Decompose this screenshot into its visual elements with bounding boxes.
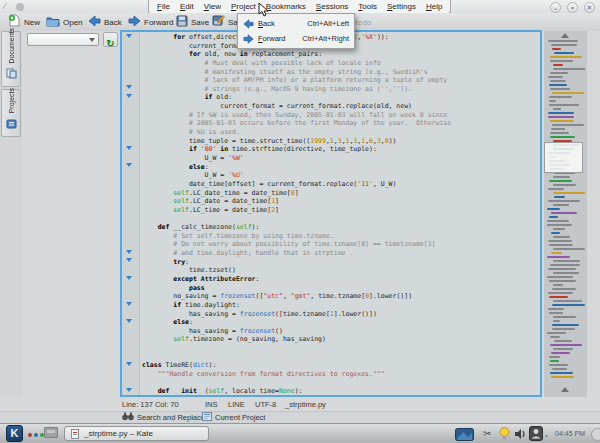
menu-edit[interactable]: Edit [175, 1, 199, 13]
user-switch-icon[interactable] [529, 426, 543, 441]
launcher-dot-icon[interactable] [28, 433, 32, 437]
toolview-button-search-and-replace[interactable]: Search and Replace [122, 412, 205, 423]
code-fold-icon[interactable] [126, 302, 132, 306]
code-fold-icon[interactable] [126, 94, 132, 98]
open-button[interactable]: Open [46, 14, 83, 30]
code-line: class TimeRE(dict): [142, 361, 539, 370]
minimap-line [549, 312, 563, 314]
virtual-desktop-icon[interactable] [455, 428, 474, 441]
minimap-line [549, 100, 556, 102]
code-line: for old, new in replacement_pairs: [142, 50, 539, 59]
window-close-button[interactable]: ✕ [584, 2, 595, 13]
code-line [142, 353, 539, 362]
code-fold-icon[interactable] [126, 163, 132, 167]
lightbulb-icon[interactable] [499, 427, 510, 442]
back-button[interactable]: Back [88, 14, 122, 30]
speaker-icon[interactable] [514, 428, 527, 440]
minimap-line [550, 88, 570, 90]
code-editor-view[interactable]: for offset,directive in ((0,'%c'), (1,'%… [120, 30, 542, 397]
code-line [142, 214, 539, 223]
code-line: time_tuple = time.struct_time((1999,1,3,… [142, 137, 539, 146]
minimap-line [550, 372, 573, 374]
document-name-label: _strptime.py [285, 400, 326, 409]
tray-expand-icon[interactable]: • [545, 432, 547, 439]
code-line: self.LC_date = date_time[1] [142, 197, 539, 206]
code-line: # manifesting itself as the empty string… [142, 68, 539, 77]
code-line [142, 344, 539, 353]
code-fold-icon[interactable] [126, 258, 132, 262]
code-line: if '00' in time.strftime(directive, time… [142, 145, 539, 154]
taskbar-clock[interactable]: 04:45 PM [550, 430, 590, 437]
minimap-line [551, 44, 576, 46]
menu-sessions[interactable]: Sessions [311, 1, 353, 13]
code-fold-icon[interactable] [126, 250, 132, 254]
editor-icon-border[interactable] [122, 32, 140, 395]
show-desktop-icon[interactable] [44, 427, 58, 438]
menu-view[interactable]: View [199, 1, 226, 13]
minimap-line [552, 92, 584, 94]
minimap-line [554, 196, 565, 198]
sidebar-tab-projects[interactable]: Projects [1, 89, 21, 137]
menu-item-back[interactable]: BackCtrl+Alt+Left [238, 16, 354, 31]
cursor-position-label[interactable]: Line: 137 Col: 70 [122, 400, 179, 409]
scrollbar-minimap[interactable] [544, 31, 587, 407]
code-line: current_format = current_format.replace(… [142, 102, 539, 111]
code-line: else: [142, 163, 539, 172]
window-shade-button[interactable]: ⌄ [550, 2, 561, 13]
code-fold-icon[interactable] [126, 388, 132, 392]
minimap-line [550, 60, 573, 62]
menu-help[interactable]: Help [421, 1, 447, 13]
clipboard-scissors-icon[interactable]: ✂ [483, 428, 491, 439]
code-fold-icon[interactable] [126, 146, 132, 150]
minimap-line [553, 184, 576, 186]
minimap-line [547, 332, 566, 334]
code-fold-icon[interactable] [126, 34, 132, 38]
project-reload-button[interactable]: ↻ [103, 32, 118, 47]
sidebar-tabstrip: DocumentsProjects [0, 31, 22, 423]
kde-menu-button[interactable]: K [6, 425, 23, 442]
window-menu-icon[interactable]: ⁄ [4, 1, 6, 11]
code-fold-icon[interactable] [126, 319, 132, 323]
code-line: self.timezone = (no_saving, has_saving) [142, 335, 539, 344]
forward-button[interactable]: Forward [128, 14, 173, 30]
save-button[interactable]: Save [176, 14, 209, 30]
minimap-line [553, 204, 569, 206]
code-fold-icon[interactable] [126, 362, 132, 366]
code-fold-icon[interactable] [126, 276, 132, 280]
minimap-line [551, 376, 574, 378]
code-fold-icon[interactable] [126, 85, 132, 89]
minimap-line [553, 260, 581, 262]
minimap-line [554, 52, 574, 54]
project-selector-combobox[interactable] [27, 33, 99, 46]
projects-side-panel: ↻ [22, 31, 120, 423]
insert-mode-label[interactable]: INS [205, 400, 218, 409]
selection-mode-label[interactable]: LINE [228, 400, 245, 409]
encoding-label[interactable]: UTF-8 [255, 400, 276, 409]
toolview-button-current-project[interactable]: Current Project [202, 412, 265, 423]
menu-tools[interactable]: Tools [353, 1, 382, 13]
minimap-line [549, 216, 558, 218]
window-pin-icon[interactable] [16, 3, 24, 11]
minimap-line [550, 264, 580, 266]
arrow-right-icon [243, 30, 254, 48]
launcher-dot-icon[interactable] [34, 433, 38, 437]
minimap-line [548, 292, 573, 294]
menu-project[interactable]: Project [226, 1, 261, 13]
minimap-line [551, 232, 560, 234]
minimap-line [554, 340, 573, 342]
window-maximize-button[interactable]: • [567, 2, 578, 13]
code-line: U_W = '%W' [142, 154, 539, 163]
taskbar-window-button[interactable]: _strptime.py – Kate [64, 426, 209, 441]
editor-code-area[interactable]: for offset,directive in ((0,'%c'), (1,'%… [142, 33, 539, 394]
minimap-viewport[interactable] [544, 142, 583, 173]
plasma-cashew-icon[interactable] [591, 428, 600, 441]
menu-file[interactable]: File [152, 1, 175, 13]
minimap-line [548, 76, 563, 78]
scroll-up-icon[interactable] [561, 33, 569, 38]
sidebar-tab-documents[interactable]: Documents [1, 31, 21, 87]
code-line: def __calc_timezone(self): [142, 223, 539, 232]
menu-item-forward[interactable]: ForwardCtrl+Alt+Right [238, 31, 354, 46]
menu-settings[interactable]: Settings [382, 1, 421, 13]
scroll-up-icon[interactable] [561, 387, 569, 392]
minimap-line [553, 64, 563, 66]
